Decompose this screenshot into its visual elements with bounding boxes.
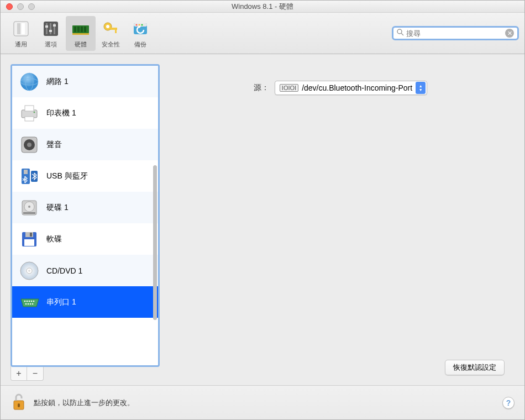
svg-point-50 [28, 270, 30, 272]
search-field[interactable]: ✕ [392, 26, 519, 40]
svg-point-23 [139, 24, 140, 25]
toolbar-backup[interactable]: 備份 [125, 16, 155, 51]
maximize-icon[interactable] [28, 3, 35, 10]
toggle-icon [11, 18, 32, 39]
svg-point-17 [106, 25, 109, 28]
globe-icon [19, 71, 40, 92]
scrollbar[interactable] [153, 165, 157, 320]
toolbar-label: 安全性 [102, 40, 120, 49]
floppy-icon [19, 229, 40, 250]
hw-label: 網路 1 [46, 77, 69, 87]
svg-rect-13 [81, 27, 83, 32]
toolbar-label: 選項 [45, 40, 57, 49]
speaker-icon [19, 134, 40, 155]
toolbar-general[interactable]: 通用 [6, 16, 36, 51]
svg-rect-4 [46, 23, 48, 34]
minimize-icon[interactable] [17, 3, 24, 10]
toolbar-label: 硬體 [75, 40, 87, 49]
toolbar-hardware[interactable]: 硬體 [66, 16, 96, 51]
sidebar-item-cddvd[interactable]: CD/DVD 1 [12, 255, 158, 286]
svg-point-57 [28, 303, 29, 305]
svg-point-59 [32, 303, 34, 305]
svg-rect-11 [74, 27, 76, 32]
serial-port-icon [19, 292, 40, 313]
svg-point-25 [397, 29, 402, 34]
svg-point-51 [24, 300, 26, 302]
hw-label: USB 與藍牙 [46, 171, 88, 181]
detail-pane: 源： IOIOI /dev/cu.Bluetooth-Incoming-Port… [160, 64, 514, 381]
backup-icon [130, 18, 151, 39]
svg-point-33 [34, 111, 35, 113]
toolbar-items: 通用 選項 硬體 安全性 [6, 16, 155, 51]
svg-rect-7 [45, 25, 48, 28]
sidebar-item-serial[interactable]: 串列口 1 [12, 286, 158, 318]
port-icon: IOIOI [280, 84, 298, 92]
svg-rect-14 [84, 27, 86, 32]
search-icon [397, 29, 404, 38]
hw-label: 聲音 [46, 140, 62, 150]
titlebar[interactable]: Windows 8.1 - 硬體 [1, 1, 524, 13]
svg-rect-0 [14, 22, 28, 36]
svg-point-22 [136, 24, 138, 25]
svg-rect-18 [111, 28, 117, 30]
toolbar-options[interactable]: 選項 [36, 16, 66, 51]
toolbar-security[interactable]: 安全性 [96, 16, 125, 51]
svg-point-27 [20, 73, 38, 91]
svg-rect-47 [24, 239, 34, 246]
source-row: 源： IOIOI /dev/cu.Bluetooth-Incoming-Port… [176, 81, 498, 95]
svg-point-55 [33, 300, 35, 302]
toolbar: 通用 選項 硬體 安全性 [1, 13, 524, 54]
svg-rect-8 [49, 30, 52, 32]
svg-rect-12 [77, 27, 80, 32]
hw-label: 印表機 1 [46, 108, 76, 118]
lock-icon[interactable] [11, 392, 27, 413]
svg-point-53 [29, 300, 30, 302]
toolbar-label: 備份 [134, 40, 146, 49]
sidebar-wrap: 網路 1 印表機 1 聲音 USB 與藍牙 [11, 64, 160, 381]
hw-label: 硬碟 1 [46, 203, 69, 213]
svg-point-58 [30, 303, 32, 305]
svg-rect-2 [22, 23, 25, 34]
main-row: 網路 1 印表機 1 聲音 USB 與藍牙 [1, 54, 524, 385]
hardware-list: 網路 1 印表機 1 聲音 USB 與藍牙 [11, 64, 160, 367]
key-icon [100, 18, 121, 39]
search-input[interactable] [406, 29, 505, 38]
close-icon[interactable] [6, 3, 13, 10]
sidebar-item-sound[interactable]: 聲音 [12, 129, 158, 160]
add-button[interactable]: + [11, 366, 27, 380]
sliders-icon [40, 18, 61, 39]
disc-icon [19, 260, 40, 281]
hdd-icon [19, 197, 40, 218]
clear-icon[interactable]: ✕ [505, 29, 514, 38]
remove-button[interactable]: − [27, 366, 43, 380]
chevron-updown-icon: ▲▼ [416, 82, 426, 94]
hw-label: CD/DVD 1 [46, 266, 82, 275]
help-button[interactable]: ? [502, 397, 514, 409]
svg-point-52 [27, 300, 28, 302]
svg-rect-19 [115, 30, 117, 33]
svg-point-36 [27, 143, 32, 147]
restore-defaults-button[interactable]: 恢復默認設定 [445, 360, 505, 375]
svg-rect-31 [25, 106, 34, 111]
sidebar-item-usb-bt[interactable]: USB 與藍牙 [12, 160, 158, 192]
svg-rect-1 [17, 23, 20, 34]
svg-rect-5 [50, 23, 51, 34]
sidebar-item-network[interactable]: 網路 1 [12, 66, 158, 97]
preferences-window: Windows 8.1 - 硬體 通用 選項 硬體 [0, 0, 525, 420]
sidebar-item-floppy[interactable]: 軟碟 [12, 223, 158, 255]
toolbar-label: 通用 [15, 40, 27, 49]
sidebar-item-printer[interactable]: 印表機 1 [12, 97, 158, 129]
svg-line-26 [401, 33, 403, 35]
source-select[interactable]: IOIOI /dev/cu.Bluetooth-Incoming-Port ▲▼ [275, 81, 427, 95]
sidebar-item-hdd[interactable]: 硬碟 1 [12, 192, 158, 223]
svg-rect-15 [72, 33, 89, 35]
svg-point-56 [25, 303, 27, 305]
hw-label: 串列口 1 [46, 297, 76, 307]
window-title: Windows 8.1 - 硬體 [1, 2, 524, 12]
content: 網路 1 印表機 1 聲音 USB 與藍牙 [1, 54, 524, 419]
svg-rect-61 [18, 403, 20, 407]
svg-rect-43 [23, 212, 35, 214]
svg-point-24 [141, 24, 143, 25]
svg-point-42 [28, 206, 30, 208]
source-value: /dev/cu.Bluetooth-Incoming-Port [302, 83, 412, 92]
